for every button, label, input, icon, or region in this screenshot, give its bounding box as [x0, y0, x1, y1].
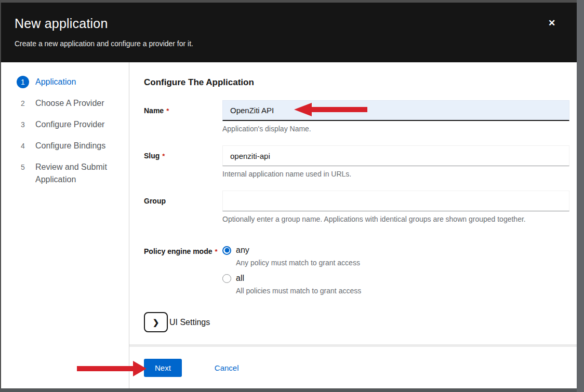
radio-all-label: all [236, 274, 244, 283]
step-number: 5 [17, 161, 29, 173]
radio-selected-icon[interactable] [222, 246, 231, 255]
modal-body: 1 Application 2 Choose A Provider 3 Conf… [1, 62, 577, 388]
radio-all-help: All policies must match to grant access [236, 287, 569, 295]
ui-settings-section: ❯ UI Settings [144, 312, 569, 332]
policy-option-all: all All policies must match to grant acc… [222, 274, 569, 295]
page-background-right [577, 0, 584, 392]
step-number: 1 [17, 76, 29, 88]
modal-subtitle: Create a new application and configure a… [15, 39, 563, 48]
cancel-link[interactable]: Cancel [215, 363, 239, 372]
step-number: 2 [17, 97, 29, 110]
group-field-label: Group [144, 191, 222, 223]
modal-title: New application [15, 16, 563, 31]
slug-field-control: Internal application name used in URLs. [222, 145, 569, 178]
page-title: Configure The Application [144, 77, 569, 88]
name-field-row: Name* Application's display Name. [144, 100, 569, 133]
new-application-modal: New application Create a new application… [1, 3, 577, 388]
name-field-control: Application's display Name. [222, 100, 569, 133]
label-text: Policy engine mode [144, 247, 212, 255]
wizard-steps-sidebar: 1 Application 2 Choose A Provider 3 Conf… [1, 62, 129, 388]
wizard-step-configure-provider[interactable]: 3 Configure Provider [17, 118, 129, 131]
name-input[interactable] [222, 100, 569, 121]
radio-any[interactable]: any [222, 246, 569, 255]
ui-settings-label: UI Settings [169, 318, 210, 327]
slug-field-help: Internal application name used in URLs. [222, 170, 569, 178]
wizard-main-column: Configure The Application Name* Applicat… [129, 62, 577, 388]
name-field-help: Application's display Name. [222, 125, 569, 133]
step-number: 3 [17, 118, 29, 131]
slug-field-label: Slug* [144, 145, 222, 178]
modal-footer: Next Cancel [129, 347, 577, 388]
label-text: Group [144, 197, 166, 205]
required-asterisk: * [162, 152, 165, 160]
radio-any-label: any [236, 246, 249, 255]
slug-field-row: Slug* Internal application name used in … [144, 145, 569, 178]
close-icon[interactable]: ✕ [546, 17, 558, 30]
slug-input[interactable] [222, 145, 569, 166]
modal-header: New application Create a new application… [1, 3, 577, 62]
step-label: Application [35, 76, 76, 88]
policy-option-any: any Any policy must match to grant acces… [222, 246, 569, 267]
required-asterisk: * [215, 248, 217, 255]
policy-engine-mode-options: any Any policy must match to grant acces… [222, 241, 569, 295]
label-text: Slug [144, 152, 160, 160]
wizard-step-review-submit[interactable]: 5 Review and Submit Application [17, 161, 129, 186]
step-label: Review and Submit Application [35, 161, 123, 186]
chevron-right-icon: ❯ [153, 318, 160, 327]
wizard-step-content: Configure The Application Name* Applicat… [129, 62, 577, 344]
radio-unselected-icon[interactable] [222, 274, 231, 283]
step-label: Configure Provider [35, 118, 104, 131]
name-field-label: Name* [144, 100, 222, 133]
label-text: Name [144, 106, 164, 115]
step-label: Choose A Provider [35, 97, 104, 110]
group-field-control: Optionally enter a group name. Applicati… [222, 191, 569, 223]
step-number: 4 [17, 140, 29, 152]
group-input[interactable] [222, 191, 569, 211]
ui-settings-expand-button[interactable]: ❯ [144, 312, 168, 332]
wizard-step-configure-bindings[interactable]: 4 Configure Bindings [17, 140, 129, 152]
policy-engine-mode-row: Policy engine mode* any Any policy must … [144, 241, 569, 295]
next-button[interactable]: Next [144, 359, 182, 377]
page-background-bottom [0, 388, 577, 392]
group-field-help: Optionally enter a group name. Applicati… [222, 215, 569, 223]
required-asterisk: * [166, 107, 169, 115]
radio-any-help: Any policy must match to grant access [236, 259, 569, 267]
group-field-row: Group Optionally enter a group name. App… [144, 191, 569, 223]
policy-engine-mode-label: Policy engine mode* [144, 241, 222, 295]
radio-all[interactable]: all [222, 274, 569, 283]
wizard-step-choose-provider[interactable]: 2 Choose A Provider [17, 97, 129, 110]
application-form: Name* Application's display Name. Slug* [144, 100, 569, 332]
wizard-step-application[interactable]: 1 Application [17, 76, 129, 88]
step-label: Configure Bindings [35, 140, 105, 152]
